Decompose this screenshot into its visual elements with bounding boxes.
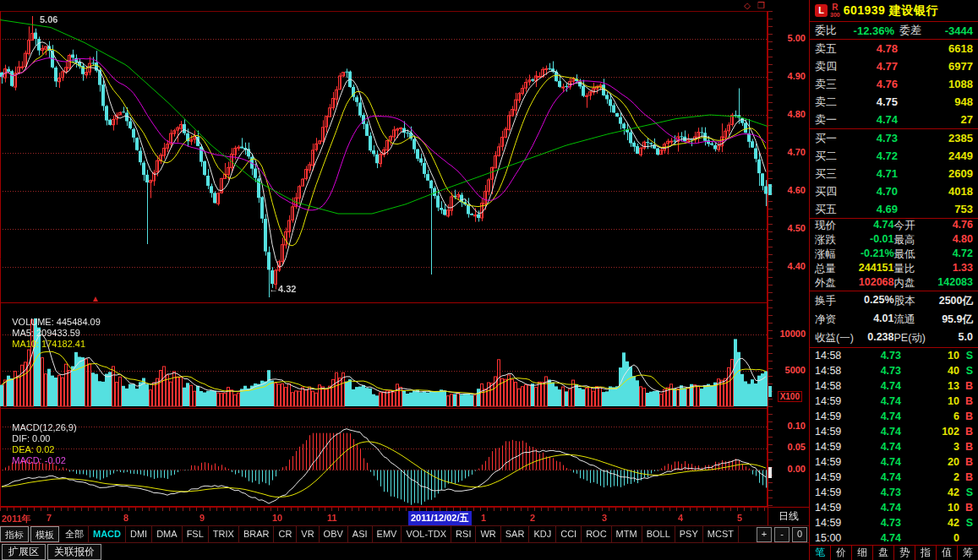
indicator-tab-BRAR[interactable]: BRAR xyxy=(239,526,275,542)
tick-side: S xyxy=(959,517,973,529)
tick-row: 14:594.7410B xyxy=(810,500,978,515)
buy-order-row[interactable]: 买五4.69753 xyxy=(810,200,978,218)
info-row: 涨跌-0.01最高4.80 xyxy=(810,233,978,247)
tick-row: 14:594.7410B xyxy=(810,394,978,409)
chart-zoom-button-0[interactable]: 0 xyxy=(792,527,807,542)
volume-axis-label: 10000 xyxy=(768,329,806,339)
fundamental-info-grid: 换手0.25%股本2500亿净资4.01流通95.9亿收益(一)0.238PE(… xyxy=(810,291,978,348)
order-volume: 1088 xyxy=(898,78,973,90)
info-cell: 现价4.74 xyxy=(815,219,894,233)
quote-tab-势[interactable]: 势 xyxy=(894,546,915,560)
indicator-tab-TRIX[interactable]: TRIX xyxy=(209,526,239,542)
indicator-tab-EMV[interactable]: EMV xyxy=(373,526,402,542)
quote-tab-值[interactable]: 值 xyxy=(937,546,958,560)
tick-side: B xyxy=(959,395,973,407)
tick-side: S xyxy=(959,350,973,362)
indicator-tab-FSL[interactable]: FSL xyxy=(183,526,209,542)
indicator-tab-PSY[interactable]: PSY xyxy=(675,526,703,542)
indicator-tab-MTM[interactable]: MTM xyxy=(612,526,642,542)
indicator-tab-MACD[interactable]: MACD xyxy=(89,526,126,542)
sell-order-row[interactable]: 卖四4.776977 xyxy=(810,57,978,75)
tick-price: 4.74 xyxy=(849,441,901,453)
indicator-tab-RSI[interactable]: RSI xyxy=(451,526,476,542)
order-price: 4.72 xyxy=(844,150,898,162)
candlestick-chart-canvas[interactable] xyxy=(0,11,768,507)
tick-row: 14:594.743B xyxy=(810,439,978,454)
info-label: 现价 xyxy=(815,219,836,233)
indicator-tab-KDJ[interactable]: KDJ xyxy=(529,526,556,542)
indicator-tab-ROC[interactable]: ROC xyxy=(582,526,611,542)
info-label: 内盘 xyxy=(894,276,915,291)
indicator-tab-DMI[interactable]: DMI xyxy=(126,526,152,542)
quote-tab-筹[interactable]: 筹 xyxy=(958,546,978,560)
split-window-icon[interactable]: ❐ xyxy=(757,1,767,10)
tick-volume: 40 xyxy=(901,365,959,377)
order-level-label: 卖三 xyxy=(815,77,844,92)
indicator-tab-WR[interactable]: WR xyxy=(476,526,500,542)
quote-info-grid: 现价4.74今开4.76涨跌-0.01最高4.80涨幅-0.21%最低4.72总… xyxy=(810,219,978,291)
stock-code-name: 601939 建设银行 xyxy=(844,3,938,19)
buy-order-book: 买一4.732385买二4.722449买三4.712609买四4.704018… xyxy=(810,129,978,219)
sell-order-row[interactable]: 卖五4.786618 xyxy=(810,40,978,57)
indicator-tab-OBV[interactable]: OBV xyxy=(320,526,348,542)
trough-price-annotation: ←4.32 xyxy=(269,284,296,294)
buy-order-row[interactable]: 买一4.732385 xyxy=(810,129,978,147)
order-price: 4.69 xyxy=(844,203,898,215)
quote-tab-笔[interactable]: 笔 xyxy=(810,546,831,560)
weicha-value: -3444 xyxy=(926,24,973,37)
indicator-tab-VR[interactable]: VR xyxy=(297,526,319,542)
buy-order-row[interactable]: 买二4.722449 xyxy=(810,147,978,165)
buy-order-row[interactable]: 买三4.712609 xyxy=(810,165,978,182)
indicator-tab-SAR[interactable]: SAR xyxy=(501,526,530,542)
indicator-tab-指标[interactable]: 指标 xyxy=(0,526,29,542)
quote-panel: L R300 601939 建设银行 委比 -12.36% 委差 -3444 卖… xyxy=(809,0,978,560)
tick-time: 14:59 xyxy=(815,441,849,453)
indicator-tab-全部[interactable]: 全部 xyxy=(61,526,89,542)
chart-zoom-button--[interactable]: - xyxy=(774,527,790,542)
info-row: 净资4.01流通95.9亿 xyxy=(810,310,978,329)
weibi-row: 委比 -12.36% 委差 -3444 xyxy=(810,22,978,40)
info-label: 外盘 xyxy=(815,276,836,291)
tick-price: 4.73 xyxy=(849,487,901,498)
info-row: 现价4.74今开4.76 xyxy=(810,219,978,233)
indicator-tab-DMA[interactable]: DMA xyxy=(152,526,182,542)
indicator-tab-VOL-TDX[interactable]: VOL-TDX xyxy=(402,526,451,542)
quote-tab-盘[interactable]: 盘 xyxy=(873,546,894,560)
sell-order-book: 卖五4.786618卖四4.776977卖三4.761088卖二4.75948卖… xyxy=(810,40,978,129)
indicator-tab-CCI[interactable]: CCI xyxy=(556,526,582,542)
weibi-value: -12.36% xyxy=(842,24,894,37)
tick-time: 14:59 xyxy=(815,487,849,498)
sell-order-row[interactable]: 卖三4.761088 xyxy=(810,75,978,93)
period-label[interactable]: 日线 xyxy=(768,507,809,525)
header-icons: ◇❐ xyxy=(744,0,772,11)
info-cell: 收益(一)0.238 xyxy=(815,331,894,345)
info-label: PE(动) xyxy=(894,331,926,345)
bottom-button-扩展区[interactable]: 扩展区 xyxy=(2,544,46,560)
indicator-tab-ASI[interactable]: ASI xyxy=(348,526,373,542)
indicator-tab-CR[interactable]: CR xyxy=(274,526,297,542)
info-cell: 内盘142083 xyxy=(894,276,974,291)
sell-order-row[interactable]: 卖一4.7427 xyxy=(810,111,978,128)
bottom-button-关联报价[interactable]: 关联报价 xyxy=(47,544,101,560)
indicator-tab-模板[interactable]: 模板 xyxy=(30,526,59,542)
quote-tab-细[interactable]: 细 xyxy=(852,546,873,560)
indicator-tab-BOLL[interactable]: BOLL xyxy=(642,526,675,542)
time-axis-label: 9 xyxy=(199,513,205,523)
tick-volume: 3 xyxy=(901,441,959,453)
order-level-label: 买五 xyxy=(815,202,844,217)
buy-order-row[interactable]: 买四4.704018 xyxy=(810,182,978,200)
tick-time: 14:59 xyxy=(815,395,849,407)
indicator-tab-MCST[interactable]: MCST xyxy=(703,526,739,542)
tick-row: 14:594.746B xyxy=(810,409,978,424)
price-axis-label: 4.70 xyxy=(768,147,806,157)
info-value: 4.01 xyxy=(836,313,894,327)
sell-order-row[interactable]: 卖二4.75948 xyxy=(810,93,978,111)
quote-tab-指[interactable]: 指 xyxy=(915,546,937,560)
quote-tab-价[interactable]: 价 xyxy=(831,546,852,560)
diamond-icon[interactable]: ◇ xyxy=(744,1,752,10)
tick-row: 15:004.740 xyxy=(810,530,978,546)
info-cell: PE(动)5.0 xyxy=(894,331,974,345)
macd-axis-label: 0.10 xyxy=(768,421,806,431)
chart-zoom-button-+[interactable]: + xyxy=(757,527,772,542)
info-cell: 流通95.9亿 xyxy=(894,313,974,327)
